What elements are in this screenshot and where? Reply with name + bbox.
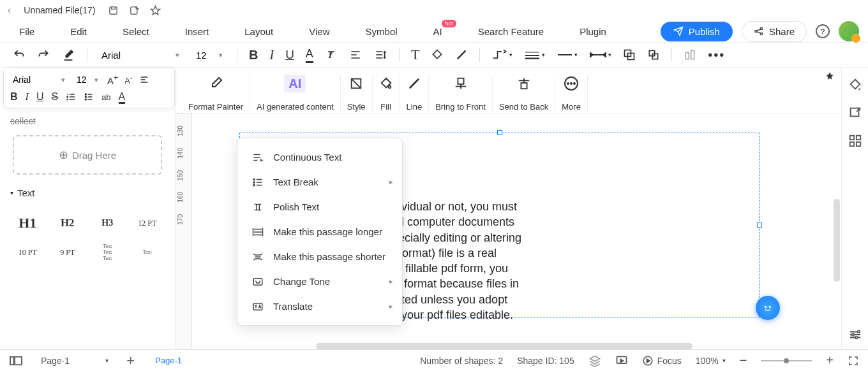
layers-icon[interactable] bbox=[588, 354, 601, 367]
increase-font-icon[interactable]: A+ bbox=[107, 73, 118, 86]
page-tab-active[interactable]: Page-1 bbox=[146, 356, 191, 365]
menu-insert[interactable]: Insert bbox=[185, 26, 209, 37]
page-selector[interactable]: Page-1 ▾ bbox=[34, 353, 115, 368]
ai-menu-text-break[interactable]: Text Break ▸ bbox=[237, 170, 402, 194]
arrow-style-icon[interactable]: ▾ bbox=[589, 51, 611, 59]
menu-edit[interactable]: Edit bbox=[70, 26, 87, 37]
text-section-header[interactable]: ▾ Text bbox=[0, 181, 175, 205]
float-underline-icon[interactable]: U bbox=[36, 91, 44, 103]
horizontal-scrollbar[interactable] bbox=[316, 343, 692, 349]
menu-plugin[interactable]: Plugin bbox=[580, 26, 606, 37]
clear-format-icon[interactable] bbox=[325, 48, 338, 61]
ai-menu-continuous[interactable]: Continuous Text bbox=[237, 145, 402, 170]
float-bold-icon[interactable]: B bbox=[10, 91, 18, 103]
text-preset-h2[interactable]: H2 bbox=[49, 210, 87, 236]
zoom-in-icon[interactable]: + bbox=[826, 353, 834, 368]
float-font-select[interactable] bbox=[10, 72, 68, 87]
zoom-slider[interactable] bbox=[761, 358, 812, 364]
align-objects-icon[interactable] bbox=[684, 48, 696, 61]
grid-icon[interactable] bbox=[848, 134, 862, 148]
undo-icon[interactable] bbox=[13, 48, 26, 61]
back-icon[interactable]: ‹ bbox=[8, 4, 11, 16]
ctx-more[interactable]: More bbox=[555, 75, 588, 112]
redo-icon[interactable] bbox=[37, 48, 50, 61]
settings-toggle-icon[interactable] bbox=[848, 329, 862, 340]
ctx-ai-gen[interactable]: AI AI generated content bbox=[250, 75, 341, 112]
more-icon[interactable]: ••• bbox=[708, 48, 725, 62]
layer-icon[interactable] bbox=[623, 48, 636, 61]
fullscreen-icon[interactable] bbox=[848, 355, 859, 367]
zoom-out-icon[interactable]: − bbox=[740, 353, 747, 368]
menu-view[interactable]: View bbox=[309, 26, 329, 37]
group-icon[interactable] bbox=[647, 48, 660, 61]
menu-symbol[interactable]: Symbol bbox=[366, 26, 398, 37]
italic-icon[interactable]: I bbox=[269, 48, 274, 62]
ctx-line[interactable]: Line bbox=[400, 75, 430, 112]
ctx-send-back[interactable]: Send to Back bbox=[493, 75, 555, 112]
underline-icon[interactable]: U bbox=[285, 48, 294, 62]
avatar[interactable] bbox=[839, 21, 859, 41]
menu-search[interactable]: Search Feature bbox=[478, 26, 544, 37]
align-icon[interactable] bbox=[349, 48, 362, 61]
publish-button[interactable]: Publish bbox=[661, 22, 733, 41]
ai-menu-longer[interactable]: Make this passage longer bbox=[237, 219, 402, 244]
menu-ai[interactable]: AI hot bbox=[433, 26, 442, 37]
menu-select[interactable]: Select bbox=[123, 26, 149, 37]
save-icon[interactable] bbox=[108, 5, 119, 16]
float-align-icon[interactable] bbox=[139, 75, 149, 85]
bold-icon[interactable]: B bbox=[249, 48, 258, 62]
ctx-style[interactable]: Style bbox=[341, 75, 373, 112]
font-color-icon[interactable]: A bbox=[306, 47, 313, 63]
pin-icon[interactable] bbox=[825, 71, 835, 82]
line-icon[interactable] bbox=[455, 48, 468, 61]
text-preset-12pt[interactable]: 12 PT bbox=[129, 210, 167, 236]
line-style-icon[interactable]: ▾ bbox=[524, 50, 545, 59]
star-icon[interactable] bbox=[150, 5, 161, 16]
share-button[interactable]: Share bbox=[742, 21, 807, 42]
connector-icon[interactable]: ▾ bbox=[491, 49, 513, 61]
float-numbered-list-icon[interactable] bbox=[66, 92, 76, 102]
add-page-icon[interactable]: + bbox=[126, 353, 135, 369]
format-painter-icon[interactable] bbox=[61, 48, 75, 62]
outline-view-icon[interactable] bbox=[9, 356, 23, 366]
font-size-select[interactable] bbox=[193, 47, 225, 63]
float-size-select[interactable] bbox=[74, 72, 101, 87]
menu-layout[interactable]: Layout bbox=[244, 26, 273, 37]
ctx-format-painter[interactable]: Format Painter bbox=[182, 75, 250, 112]
ai-menu-translate[interactable]: Translate ▸ bbox=[237, 294, 402, 319]
shape-export-icon[interactable] bbox=[848, 106, 862, 120]
text-tool-icon[interactable]: T bbox=[411, 47, 419, 63]
line-pattern-icon[interactable]: ▾ bbox=[557, 52, 578, 58]
float-italic-icon[interactable]: I bbox=[26, 91, 29, 103]
document-body-text[interactable]: ndividual or not, you must t all compute… bbox=[386, 199, 724, 323]
text-preset-10pt[interactable]: 10 PT bbox=[9, 239, 47, 266]
float-bullet-list-icon[interactable] bbox=[84, 92, 94, 102]
fill-icon[interactable] bbox=[431, 48, 444, 61]
vertical-scrollbar[interactable] bbox=[834, 199, 840, 282]
paint-bucket-icon[interactable] bbox=[848, 78, 862, 92]
decrease-font-icon[interactable]: A- bbox=[124, 74, 132, 85]
ctx-bring-front[interactable]: Bring to Front bbox=[429, 75, 493, 112]
float-strike-icon[interactable]: S bbox=[51, 91, 58, 103]
float-color-icon[interactable]: A bbox=[119, 91, 126, 103]
export-icon[interactable] bbox=[129, 5, 140, 16]
float-subscript-icon[interactable]: ab bbox=[101, 92, 110, 102]
ai-menu-shorter[interactable]: Make this passage shorter bbox=[237, 244, 402, 269]
help-icon[interactable]: ? bbox=[816, 24, 830, 38]
resize-handle-right[interactable] bbox=[757, 222, 762, 228]
text-preset-paragraph[interactable]: Text Text Text bbox=[89, 239, 126, 266]
ctx-fill[interactable]: Fill bbox=[373, 75, 400, 112]
resize-handle-top[interactable] bbox=[497, 130, 502, 135]
ai-menu-tone[interactable]: Change Tone ▸ bbox=[237, 269, 402, 294]
ai-menu-polish[interactable]: Polish Text bbox=[237, 194, 402, 219]
text-preset-small[interactable]: Text bbox=[129, 239, 167, 266]
font-family-select[interactable] bbox=[99, 47, 182, 63]
line-spacing-icon[interactable] bbox=[373, 48, 387, 61]
text-preset-9pt[interactable]: 9 PT bbox=[49, 239, 87, 266]
text-preset-h3[interactable]: H3 bbox=[89, 210, 126, 236]
text-preset-h1[interactable]: H1 bbox=[9, 210, 47, 236]
zoom-control[interactable]: 100% ▾ bbox=[696, 356, 726, 366]
presentation-icon[interactable] bbox=[615, 354, 628, 367]
focus-mode[interactable]: Focus bbox=[642, 355, 682, 367]
menu-file[interactable]: File bbox=[19, 26, 34, 37]
